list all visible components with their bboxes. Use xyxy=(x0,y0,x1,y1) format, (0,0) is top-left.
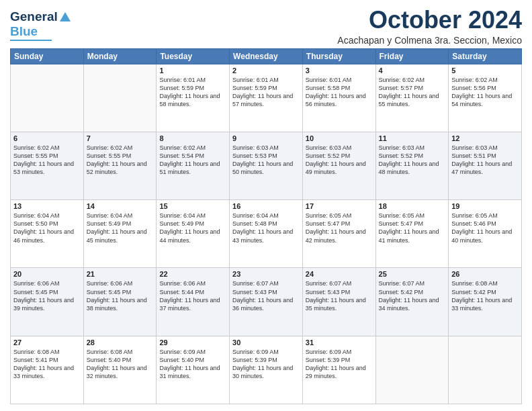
calendar-week-row: 1Sunrise: 6:01 AM Sunset: 5:59 PM Daylig… xyxy=(11,64,522,132)
day-number: 5 xyxy=(451,66,519,75)
table-row: 12Sunrise: 6:03 AM Sunset: 5:51 PM Dayli… xyxy=(449,132,522,199)
table-row: 28Sunrise: 6:08 AM Sunset: 5:40 PM Dayli… xyxy=(83,336,157,404)
day-number: 14 xyxy=(87,202,154,210)
table-row: 1Sunrise: 6:01 AM Sunset: 5:59 PM Daylig… xyxy=(157,64,230,132)
table-row: 5Sunrise: 6:02 AM Sunset: 5:56 PM Daylig… xyxy=(449,64,522,132)
table-row: 31Sunrise: 6:09 AM Sunset: 5:39 PM Dayli… xyxy=(302,336,375,404)
calendar-week-row: 6Sunrise: 6:02 AM Sunset: 5:55 PM Daylig… xyxy=(11,132,522,199)
table-row: 14Sunrise: 6:04 AM Sunset: 5:49 PM Dayli… xyxy=(83,200,157,268)
table-row: 23Sunrise: 6:07 AM Sunset: 5:43 PM Dayli… xyxy=(230,268,303,336)
table-row: 22Sunrise: 6:06 AM Sunset: 5:44 PM Dayli… xyxy=(157,268,230,336)
day-number: 12 xyxy=(451,134,519,142)
day-number: 3 xyxy=(306,66,373,75)
logo-blue: Blue xyxy=(10,24,38,39)
col-friday: Friday xyxy=(375,48,449,64)
day-info: Sunrise: 6:05 AM Sunset: 5:47 PM Dayligh… xyxy=(379,212,446,244)
day-info: Sunrise: 6:04 AM Sunset: 5:48 PM Dayligh… xyxy=(232,212,300,244)
day-info: Sunrise: 6:05 AM Sunset: 5:46 PM Dayligh… xyxy=(451,212,519,244)
day-info: Sunrise: 6:08 AM Sunset: 5:41 PM Dayligh… xyxy=(13,348,81,381)
table-row: 27Sunrise: 6:08 AM Sunset: 5:41 PM Dayli… xyxy=(11,336,84,404)
month-title: October 2024 xyxy=(337,7,522,34)
day-number: 31 xyxy=(306,338,373,347)
day-number: 8 xyxy=(159,134,226,142)
day-info: Sunrise: 6:03 AM Sunset: 5:52 PM Dayligh… xyxy=(379,144,446,177)
table-row: 29Sunrise: 6:09 AM Sunset: 5:40 PM Dayli… xyxy=(157,336,230,404)
col-thursday: Thursday xyxy=(302,48,375,64)
day-number: 22 xyxy=(159,270,226,278)
day-number: 25 xyxy=(379,270,446,278)
col-monday: Monday xyxy=(83,48,157,64)
table-row: 4Sunrise: 6:02 AM Sunset: 5:57 PM Daylig… xyxy=(375,64,449,132)
logo-icon xyxy=(59,11,71,23)
logo-underline xyxy=(10,40,52,41)
calendar-week-row: 13Sunrise: 6:04 AM Sunset: 5:50 PM Dayli… xyxy=(11,200,522,268)
table-row: 20Sunrise: 6:06 AM Sunset: 5:45 PM Dayli… xyxy=(11,268,84,336)
day-number: 1 xyxy=(159,66,226,75)
calendar-table: Sunday Monday Tuesday Wednesday Thursday… xyxy=(10,48,522,404)
day-info: Sunrise: 6:04 AM Sunset: 5:49 PM Dayligh… xyxy=(159,212,226,244)
table-row: 26Sunrise: 6:08 AM Sunset: 5:42 PM Dayli… xyxy=(449,268,522,336)
day-info: Sunrise: 6:01 AM Sunset: 5:59 PM Dayligh… xyxy=(159,76,226,109)
logo: General Blue xyxy=(10,7,71,41)
calendar-week-row: 27Sunrise: 6:08 AM Sunset: 5:41 PM Dayli… xyxy=(11,336,522,404)
day-number: 11 xyxy=(379,134,446,142)
day-number: 17 xyxy=(306,202,373,210)
day-info: Sunrise: 6:04 AM Sunset: 5:50 PM Dayligh… xyxy=(13,212,81,244)
table-row: 8Sunrise: 6:02 AM Sunset: 5:54 PM Daylig… xyxy=(157,132,230,199)
table-row: 25Sunrise: 6:07 AM Sunset: 5:42 PM Dayli… xyxy=(375,268,449,336)
day-info: Sunrise: 6:08 AM Sunset: 5:40 PM Dayligh… xyxy=(87,348,154,381)
day-number: 29 xyxy=(159,338,226,347)
table-row: 21Sunrise: 6:06 AM Sunset: 5:45 PM Dayli… xyxy=(83,268,157,336)
day-number: 20 xyxy=(13,270,81,278)
day-info: Sunrise: 6:09 AM Sunset: 5:39 PM Dayligh… xyxy=(232,348,300,381)
header-row: Sunday Monday Tuesday Wednesday Thursday… xyxy=(11,48,522,64)
day-info: Sunrise: 6:02 AM Sunset: 5:55 PM Dayligh… xyxy=(13,144,81,177)
subtitle: Acachapan y Colmena 3ra. Seccion, Mexico xyxy=(337,35,522,46)
day-info: Sunrise: 6:01 AM Sunset: 5:58 PM Dayligh… xyxy=(306,76,373,109)
day-number: 26 xyxy=(451,270,519,278)
table-row: 9Sunrise: 6:03 AM Sunset: 5:53 PM Daylig… xyxy=(230,132,303,199)
table-row: 19Sunrise: 6:05 AM Sunset: 5:46 PM Dayli… xyxy=(449,200,522,268)
table-row xyxy=(449,336,522,404)
calendar-week-row: 20Sunrise: 6:06 AM Sunset: 5:45 PM Dayli… xyxy=(11,268,522,336)
table-row xyxy=(375,336,449,404)
table-row: 10Sunrise: 6:03 AM Sunset: 5:52 PM Dayli… xyxy=(302,132,375,199)
day-number: 7 xyxy=(87,134,154,142)
day-info: Sunrise: 6:02 AM Sunset: 5:54 PM Dayligh… xyxy=(159,144,226,177)
day-number: 23 xyxy=(232,270,300,278)
col-tuesday: Tuesday xyxy=(157,48,230,64)
page: General Blue October 2024 Acachapan y Co… xyxy=(0,0,532,411)
day-number: 6 xyxy=(13,134,81,142)
table-row: 30Sunrise: 6:09 AM Sunset: 5:39 PM Dayli… xyxy=(230,336,303,404)
day-info: Sunrise: 6:04 AM Sunset: 5:49 PM Dayligh… xyxy=(87,212,154,244)
table-row: 17Sunrise: 6:05 AM Sunset: 5:47 PM Dayli… xyxy=(302,200,375,268)
table-row: 13Sunrise: 6:04 AM Sunset: 5:50 PM Dayli… xyxy=(11,200,84,268)
day-number: 19 xyxy=(451,202,519,210)
day-number: 30 xyxy=(232,338,300,347)
day-number: 27 xyxy=(13,338,81,347)
table-row xyxy=(83,64,157,132)
day-info: Sunrise: 6:09 AM Sunset: 5:39 PM Dayligh… xyxy=(306,348,373,381)
table-row: 16Sunrise: 6:04 AM Sunset: 5:48 PM Dayli… xyxy=(230,200,303,268)
col-saturday: Saturday xyxy=(449,48,522,64)
day-number: 18 xyxy=(379,202,446,210)
day-info: Sunrise: 6:09 AM Sunset: 5:40 PM Dayligh… xyxy=(159,348,226,381)
table-row: 18Sunrise: 6:05 AM Sunset: 5:47 PM Dayli… xyxy=(375,200,449,268)
day-number: 2 xyxy=(232,66,300,75)
day-number: 21 xyxy=(87,270,154,278)
col-sunday: Sunday xyxy=(11,48,84,64)
day-info: Sunrise: 6:07 AM Sunset: 5:43 PM Dayligh… xyxy=(306,279,373,312)
day-info: Sunrise: 6:08 AM Sunset: 5:42 PM Dayligh… xyxy=(451,279,519,312)
header: General Blue October 2024 Acachapan y Co… xyxy=(10,7,522,46)
day-info: Sunrise: 6:07 AM Sunset: 5:43 PM Dayligh… xyxy=(232,279,300,312)
day-info: Sunrise: 6:03 AM Sunset: 5:51 PM Dayligh… xyxy=(451,144,519,177)
table-row: 15Sunrise: 6:04 AM Sunset: 5:49 PM Dayli… xyxy=(157,200,230,268)
day-number: 15 xyxy=(159,202,226,210)
table-row xyxy=(11,64,84,132)
day-info: Sunrise: 6:02 AM Sunset: 5:56 PM Dayligh… xyxy=(451,76,519,109)
table-row: 3Sunrise: 6:01 AM Sunset: 5:58 PM Daylig… xyxy=(302,64,375,132)
day-info: Sunrise: 6:06 AM Sunset: 5:45 PM Dayligh… xyxy=(13,279,81,312)
table-row: 2Sunrise: 6:01 AM Sunset: 5:59 PM Daylig… xyxy=(230,64,303,132)
table-row: 6Sunrise: 6:02 AM Sunset: 5:55 PM Daylig… xyxy=(11,132,84,199)
day-number: 24 xyxy=(306,270,373,278)
